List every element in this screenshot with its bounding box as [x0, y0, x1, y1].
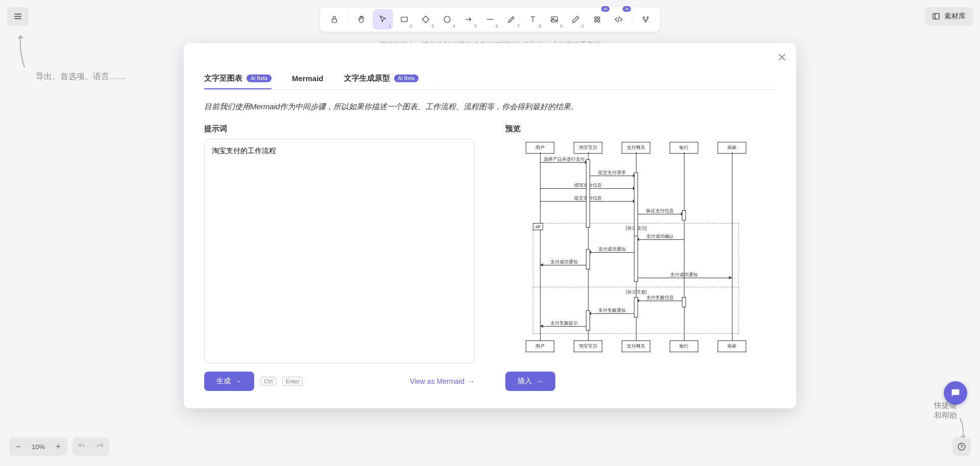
redo-button[interactable] — [91, 437, 109, 456]
svg-point-6 — [595, 17, 597, 19]
zoom-box: − 10% + — [9, 437, 67, 456]
library-button[interactable]: 素材库 — [925, 7, 973, 26]
alt-divider — [533, 287, 739, 287]
participant-box: 银行 — [670, 340, 698, 352]
insert-button[interactable]: 插入→ — [505, 372, 555, 391]
svg-rect-2 — [401, 17, 407, 22]
tool-hand[interactable] — [351, 9, 372, 30]
tool-image[interactable]: 9 — [544, 9, 565, 30]
tab-text-to-prototype[interactable]: 文字生成原型AI Beta — [344, 68, 419, 89]
tool-arrow[interactable]: 5 — [458, 9, 479, 30]
tool-diamond[interactable]: 3 — [415, 9, 436, 30]
activation-bar — [682, 210, 686, 220]
help-button[interactable] — [952, 437, 971, 456]
tool-line[interactable]: 6 — [480, 9, 500, 30]
tool-draw[interactable]: 7 — [501, 9, 522, 30]
alt-label: alt — [533, 223, 543, 230]
zoom-in-button[interactable]: + — [49, 437, 67, 456]
participant-box: 淘宝宝贝 — [574, 340, 602, 352]
message-label: 选择产品并进行支付 — [540, 156, 588, 163]
alt-condition: [验证失败] — [626, 289, 647, 296]
toolbar: 1 2 3 4 5 6 7 8 9 0 AI AI — [320, 7, 660, 32]
message-label: 提交支付请求 — [588, 169, 636, 176]
kbd-ctrl: Ctrl — [260, 377, 276, 386]
svg-rect-0 — [933, 14, 939, 19]
tool-ellipse[interactable]: 4 — [437, 9, 457, 30]
zoom-level[interactable]: 10% — [28, 443, 49, 451]
library-label: 素材库 — [944, 12, 966, 21]
toolbar-wrapper: 1 2 3 4 5 6 7 8 9 0 AI AI — [0, 7, 980, 32]
menu-button[interactable] — [7, 7, 29, 26]
activation-bar — [634, 236, 638, 282]
close-icon[interactable] — [776, 51, 788, 63]
svg-point-8 — [595, 20, 597, 22]
prompt-column: 提示词 生成→ Ctrl Enter View as Mermaid→ — [204, 124, 475, 391]
svg-rect-15 — [955, 391, 958, 392]
tool-lock[interactable] — [324, 9, 345, 30]
svg-point-11 — [647, 17, 648, 18]
diagram-preview: 用户用户淘宝宝贝淘宝宝贝支付网关支付网关银行银行商家商家选择产品并进行支付提交支… — [505, 139, 776, 363]
chat-button[interactable] — [944, 381, 967, 405]
preview-column: 预览 用户用户淘宝宝贝淘宝宝贝支付网关支付网关银行银行商家商家选择产品并进行支付… — [505, 124, 776, 391]
tool-code[interactable]: AI — [608, 9, 629, 30]
divider — [348, 13, 348, 26]
svg-rect-14 — [953, 391, 954, 392]
generate-button[interactable]: 生成→ — [204, 372, 254, 391]
svg-point-3 — [444, 16, 450, 22]
tool-magic[interactable]: AI — [587, 9, 607, 30]
modal-tabs: 文字至图表AI Beta Mermaid 文字生成原型AI Beta — [204, 68, 776, 90]
participant-box: 用户 — [526, 340, 554, 352]
svg-rect-4 — [551, 17, 557, 22]
svg-point-12 — [645, 20, 647, 22]
activation-bar — [586, 310, 590, 331]
modal-description: 目前我们使用Mermaid作为中间步骤，所以如果你描述一个图表、工作流程、流程图… — [204, 102, 776, 112]
preview-label: 预览 — [505, 124, 776, 134]
tool-rectangle[interactable]: 2 — [394, 9, 414, 30]
svg-point-7 — [598, 17, 600, 19]
zoom-out-button[interactable]: − — [9, 437, 28, 456]
participant-box: 支付网关 — [622, 340, 650, 352]
activation-bar — [682, 297, 686, 307]
tab-mermaid[interactable]: Mermaid — [292, 68, 324, 89]
participant-box: 商家 — [718, 340, 746, 352]
message-label: 验证支付信息 — [636, 208, 684, 214]
tab-text-to-diagram[interactable]: 文字至图表AI Beta — [204, 68, 272, 89]
zoom-controls: − 10% + — [9, 437, 109, 456]
export-hint: 导出、首选项、语言…… — [36, 71, 126, 82]
svg-point-9 — [598, 20, 600, 22]
activation-bar — [586, 159, 590, 228]
divider — [632, 13, 632, 26]
activation-bar — [634, 173, 638, 241]
tool-text[interactable]: 8 — [523, 9, 543, 30]
view-as-mermaid-link[interactable]: View as Mermaid→ — [410, 377, 475, 385]
ai-diagram-modal: 文字至图表AI Beta Mermaid 文字生成原型AI Beta 目前我们使… — [184, 43, 796, 408]
svg-rect-1 — [332, 19, 337, 22]
undo-redo-box — [72, 437, 109, 456]
tool-more[interactable] — [635, 9, 656, 30]
export-arrow-icon — [16, 33, 29, 68]
undo-button[interactable] — [72, 437, 91, 456]
prompt-label: 提示词 — [204, 124, 475, 134]
activation-bar — [586, 249, 590, 269]
svg-point-10 — [643, 17, 645, 18]
prompt-input[interactable] — [204, 139, 475, 363]
tool-select[interactable]: 1 — [373, 9, 393, 30]
kbd-enter: Enter — [282, 377, 303, 386]
activation-bar — [634, 297, 638, 317]
tool-eraser[interactable]: 0 — [566, 9, 586, 30]
